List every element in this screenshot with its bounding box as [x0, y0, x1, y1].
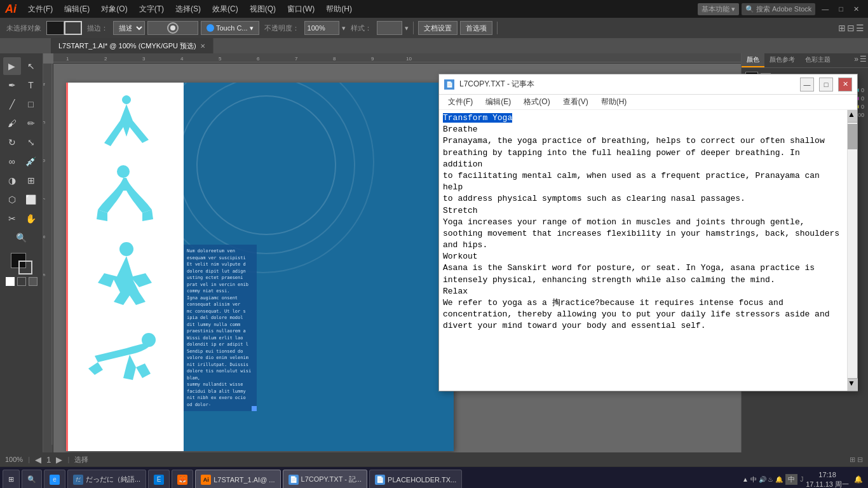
panel-expand-btn[interactable]: » [854, 55, 858, 66]
line-tool[interactable]: ╱ [3, 95, 21, 113]
notepad-content[interactable]: Transform Yoga Breathe Pranayama, the yo… [439, 110, 847, 391]
select-tool[interactable]: ▶ [3, 57, 21, 75]
mesh-tool[interactable]: ⊞ [22, 172, 40, 189]
style-swatch[interactable] [377, 21, 402, 35]
normal-mode[interactable] [6, 277, 15, 286]
zoom-tool[interactable]: 🔍 [13, 229, 31, 247]
maximize-btn[interactable]: □ [835, 5, 847, 13]
artboard-right: Num doloreetum ven esequam ver suscipist… [184, 83, 454, 451]
document-tab-close[interactable]: ✕ [200, 43, 205, 50]
touch-button[interactable]: Touch C... ▾ [201, 21, 259, 35]
rotate-tool[interactable]: ↻ [3, 133, 21, 151]
menu-window[interactable]: 窗口(W) [282, 3, 320, 16]
yoga-pose-4 [79, 330, 171, 400]
notepad-maximize-btn[interactable]: □ [819, 78, 833, 92]
page-indicator[interactable]: 1 [46, 455, 51, 464]
scale-tool[interactable]: ⤡ [22, 133, 40, 151]
blend-tool[interactable]: ∞ [3, 152, 21, 170]
scroll-down-btn[interactable]: ▼ [848, 378, 857, 391]
type-tool[interactable]: T [22, 76, 40, 94]
taskbar-notepad2-btn[interactable]: 📄 PLACEHOLDER.TX... [369, 470, 462, 489]
notepad-menu-format[interactable]: 格式(O) [517, 95, 556, 109]
color-panel-tab[interactable]: 颜色 [742, 53, 764, 67]
notification-area[interactable]: 🔔 [851, 475, 865, 484]
opacity-input[interactable] [304, 21, 339, 35]
stroke-width-input[interactable] [147, 21, 198, 35]
notepad1-icon: 📄 [288, 475, 299, 485]
scroll-thumb[interactable] [848, 124, 857, 149]
paintbrush-tool[interactable]: 🖌 [3, 114, 21, 132]
prev-page-btn[interactable]: ◀ [35, 455, 41, 464]
toolbar: 未选择对象 描边： 描述 Touch C... ▾ 不透明度： ▾ 样式： ▾ … [0, 18, 868, 38]
status-text: 选择 [74, 455, 88, 464]
menu-view[interactable]: 视图(Q) [245, 3, 281, 16]
clock-date: 17.11.13 周一 [806, 480, 849, 489]
artboard-tool[interactable]: ⬜ [22, 191, 40, 208]
notepad-menu-edit[interactable]: 编辑(E) [479, 95, 517, 109]
start-button[interactable]: ⊞ [3, 470, 20, 489]
pencil-tool[interactable]: ✏ [22, 114, 40, 132]
preferences-btn[interactable]: 首选项 [460, 21, 492, 35]
search-button[interactable]: 🔍 [22, 470, 42, 489]
taskbar-ie-btn[interactable]: e [44, 470, 65, 489]
close-btn[interactable]: ✕ [850, 5, 863, 13]
notepad-scrollbar[interactable]: ▲ ▼ [847, 110, 857, 391]
document-settings-btn[interactable]: 文档设置 [418, 21, 458, 35]
app1-icon: だ [73, 475, 83, 485]
menu-select[interactable]: 选择(S) [170, 3, 206, 16]
yoga-pose-3 [79, 241, 171, 324]
draw-inside[interactable] [17, 277, 26, 286]
scroll-up-btn[interactable]: ▲ [848, 110, 857, 123]
hand-tool[interactable]: ✋ [22, 210, 40, 227]
color-theme-panel-tab[interactable]: 色彩主题 [800, 53, 836, 67]
fill-swatch[interactable] [46, 21, 64, 35]
direct-select-tool[interactable]: ↖ [22, 57, 40, 75]
arrange-icons: ⊞ ⊟ ☰ [838, 23, 864, 33]
yoga-pose-2 [85, 165, 168, 241]
menu-object[interactable]: 对象(O) [96, 3, 132, 16]
notepad-minimize-btn[interactable]: — [800, 78, 814, 92]
taskbar-notepad1-btn[interactable]: 📄 L7COPY.TXT - 記... [283, 470, 368, 489]
resize-handle[interactable] [252, 406, 257, 411]
taskbar-firefox-btn[interactable]: 🦊 [172, 470, 193, 489]
pen-tool[interactable]: ✒ [3, 76, 21, 94]
app-menubar: Ai 文件(F) 编辑(E) 对象(O) 文字(T) 选择(S) 效果(C) 视… [0, 0, 868, 18]
notepad-menu-view[interactable]: 查看(V) [557, 95, 595, 109]
color-guide-panel-tab[interactable]: 颜色参考 [764, 53, 800, 67]
menu-help[interactable]: 帮助(H) [321, 3, 357, 16]
scissors-tool[interactable]: ✂ [3, 210, 21, 227]
taskbar: ⊞ 🔍 e だ だっだに（純語... E 🦊 Ai L7START_1.AI@ … [0, 466, 868, 488]
menu-edit[interactable]: 编辑(E) [59, 3, 95, 16]
ie-icon: e [50, 475, 60, 485]
fill-stroke-indicator[interactable] [11, 253, 32, 274]
svg-text:6: 6 [43, 159, 46, 162]
minimize-btn[interactable]: — [818, 5, 832, 13]
yoga-pose-1 [85, 92, 168, 175]
stock-search[interactable]: 🔍 搜索 Adobe Stock [742, 3, 816, 15]
draw-behind[interactable] [29, 277, 37, 286]
workspace-selector[interactable]: 基本功能 ▾ [698, 3, 739, 15]
rect-tool[interactable]: □ [22, 95, 40, 113]
next-page-btn[interactable]: ▶ [56, 455, 62, 464]
eyedropper-tool[interactable]: 💉 [22, 152, 40, 170]
svg-point-19 [119, 242, 133, 256]
notepad-menu-help[interactable]: 帮助(H) [595, 95, 634, 109]
menu-file[interactable]: 文件(F) [23, 3, 58, 16]
stroke-swatch[interactable] [64, 21, 82, 35]
document-tab-label: L7START_1.AI* @ 100% (CMYK/GPU 预选) [58, 41, 196, 51]
svg-text:9: 9 [43, 273, 46, 276]
taskbar-app1-btn[interactable]: だ だっだに（純語... [67, 470, 146, 489]
menu-effects[interactable]: 效果(C) [207, 3, 243, 16]
taskbar-edge-btn[interactable]: E [148, 470, 170, 489]
stroke-dropdown[interactable]: 描述 [113, 21, 145, 35]
taskbar-illustrator-btn[interactable]: Ai L7START_1.AI@ ... [195, 470, 280, 489]
notepad-menu-file[interactable]: 文件(F) [442, 95, 479, 109]
gradient-tool[interactable]: ◑ [3, 172, 21, 189]
document-tab[interactable]: L7START_1.AI* @ 100% (CMYK/GPU 预选) ✕ [51, 38, 214, 53]
notepad-menubar: 文件(F) 编辑(E) 格式(O) 查看(V) 帮助(H) [439, 95, 857, 110]
notepad-close-btn[interactable]: ✕ [838, 78, 852, 92]
panel-menu-btn[interactable]: ☰ [860, 55, 867, 66]
menu-text[interactable]: 文字(T) [134, 3, 169, 16]
selected-text: Transform Yoga [443, 113, 512, 123]
shape-builder-tool[interactable]: ⬡ [3, 191, 21, 208]
